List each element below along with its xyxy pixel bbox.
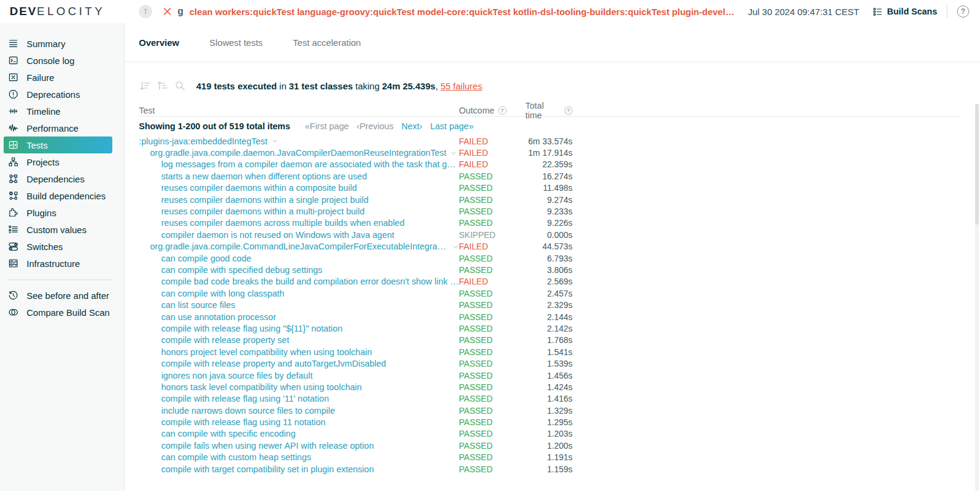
help-icon[interactable]: ? (957, 5, 969, 18)
test-name-link[interactable]: compile fails when using newer API with … (161, 441, 374, 451)
test-name-link[interactable]: compile with release property set (161, 335, 289, 345)
test-name-link[interactable]: reuses compiler daemons within a multi-p… (161, 207, 365, 216)
avatar[interactable]: T (139, 5, 152, 18)
table-row: can compile with custom heap settings PA… (139, 452, 960, 463)
outcome-badge: PASSED (459, 207, 525, 216)
total-time-value: 2.569s (525, 277, 572, 286)
outcome-badge: PASSED (459, 464, 525, 474)
scan-title[interactable]: clean workers:quickTest language-groovy:… (190, 7, 740, 17)
sidebar-item-failure[interactable]: Failure (0, 69, 112, 86)
test-name-link[interactable]: can compile with custom heap settings (161, 452, 311, 462)
test-name-link[interactable]: ignores non java source files by default (161, 371, 313, 380)
outcome-badge: PASSED (459, 429, 525, 438)
scrollbar-thumb[interactable] (975, 104, 979, 225)
test-name-link[interactable]: org.gradle.java.compile.daemon.JavaCompi… (150, 148, 447, 158)
sidebar-item-summary[interactable]: Summary (0, 35, 112, 52)
test-name-link[interactable]: :plugins-java:embeddedIntegTest (139, 136, 267, 146)
test-name-link[interactable]: compile with release flag using 11 notat… (161, 417, 325, 427)
total-time-value: 1.295s (525, 417, 572, 427)
test-name-link[interactable]: reuses compiler daemons within a composi… (161, 183, 357, 193)
chevron-down-icon[interactable] (452, 243, 459, 250)
test-name-link[interactable]: honors project level compatibility when … (161, 347, 372, 357)
tab-test-acceleration[interactable]: Test acceleration (293, 37, 361, 48)
total-time-value: 1.768s (525, 335, 572, 345)
sidebar-item-build-dependencies[interactable]: Build dependencies (0, 187, 112, 204)
test-name-link[interactable]: include narrows down source files to com… (161, 406, 335, 416)
sidebar-item-label: Tests (27, 140, 48, 150)
sidebar-item-plugins[interactable]: Plugins (0, 204, 112, 221)
chevron-down-icon[interactable] (450, 150, 457, 156)
test-name-link[interactable]: compile with release flag using '11' not… (161, 394, 329, 403)
outcome-badge: SKIPPED (459, 230, 525, 240)
test-name-link[interactable]: can compile with specified debug setting… (161, 265, 322, 275)
first-page-link[interactable]: «First page (305, 121, 349, 131)
total-time-value: 2.457s (525, 289, 572, 298)
total-time-value: 9.274s (525, 195, 572, 205)
test-name-link[interactable]: compile with target compatibility set in… (161, 464, 374, 474)
test-name-link[interactable]: compiler daemon is not reused on Windows… (161, 230, 394, 240)
timeline-icon (8, 106, 19, 117)
sidebar-item-deprecations[interactable]: Deprecations (0, 86, 112, 103)
tab-overview[interactable]: Overview (139, 37, 179, 48)
sidebar-item-compare-build-scan[interactable]: Compare Build Scan (0, 304, 112, 321)
search-icon[interactable] (174, 80, 186, 92)
outcome-help-icon[interactable]: ? (498, 106, 507, 115)
sidebar-item-switches[interactable]: Switches (0, 238, 112, 255)
console-log-icon (8, 55, 19, 66)
table-header: Test Outcome ? Total time ? (139, 101, 960, 117)
test-name-link[interactable]: starts a new daemon when different optio… (161, 172, 367, 181)
chevron-down-icon[interactable] (272, 138, 278, 144)
outcome-badge: PASSED (459, 183, 525, 193)
tests-toolbar: 419 tests executed in 31 test classes ta… (139, 79, 980, 92)
sidebar-item-infrastructure[interactable]: Infrastructure (0, 255, 112, 272)
test-name-link[interactable]: reuses compiler daemons within a single … (161, 195, 368, 205)
test-name-link[interactable]: reuses compiler daemons across multiple … (161, 218, 405, 228)
sidebar-item-label: Plugins (27, 208, 56, 218)
test-name-link[interactable]: honors task level compatibility when usi… (161, 382, 362, 392)
failures-link[interactable]: 55 failures (441, 81, 482, 91)
total-time-value: 9.226s (525, 218, 572, 228)
test-name-link[interactable]: compile with release property and autoTa… (161, 359, 386, 368)
total-time-value: 1.159s (525, 464, 572, 474)
sidebar-item-projects[interactable]: Projects (0, 153, 112, 170)
table-row: can use annotation processor PASSED 2.14… (139, 311, 960, 323)
table-row: can compile with specific encoding PASSE… (139, 428, 960, 440)
infrastructure-icon (8, 258, 19, 269)
table-row: reuses compiler daemons across multiple … (139, 217, 960, 229)
close-icon[interactable] (163, 7, 171, 16)
test-name-link[interactable]: can compile with specific encoding (161, 429, 295, 438)
sidebar-item-see-before-and-after[interactable]: See before and after (0, 287, 112, 304)
previous-page-link[interactable]: ‹Previous (357, 121, 394, 131)
sidebar-item-tests[interactable]: Tests (4, 136, 112, 153)
build-scans-button[interactable]: Build Scans (873, 7, 937, 17)
test-name-link[interactable]: compile with release flag using "${11}" … (161, 324, 342, 333)
total-time-help-icon[interactable]: ? (565, 106, 572, 115)
test-classes-count: 31 test classes (289, 81, 353, 91)
tab-slowest-tests[interactable]: Slowest tests (210, 37, 263, 48)
sort-ascending-icon[interactable] (156, 80, 168, 92)
sidebar-item-timeline[interactable]: Timeline (0, 103, 112, 120)
test-name-link[interactable]: can use annotation processor (161, 312, 276, 322)
next-page-link[interactable]: Next› (402, 121, 423, 131)
test-name-link[interactable]: can compile good code (161, 254, 251, 263)
test-name-link[interactable]: log messages from a compiler daemon are … (161, 159, 459, 169)
last-page-link[interactable]: Last page» (430, 121, 473, 131)
sidebar-item-performance[interactable]: Performance (0, 120, 112, 136)
sidebar-item-custom-values[interactable]: Custom values (0, 221, 112, 238)
sidebar-item-dependencies[interactable]: Dependencies (0, 170, 112, 187)
deprecations-icon (8, 89, 19, 100)
sort-descending-icon[interactable] (139, 80, 151, 92)
main-content: Overview Slowest tests Test acceleration… (124, 23, 980, 491)
test-name-link[interactable]: can list source files (161, 300, 235, 310)
outcome-badge: FAILED (459, 136, 525, 146)
sidebar-item-console-log[interactable]: Console log (0, 52, 112, 69)
test-name-link[interactable]: can compile with long classpath (161, 289, 284, 298)
outcome-badge: FAILED (459, 159, 525, 169)
custom-values-icon (8, 224, 19, 235)
test-name-link[interactable]: compile bad code breaks the build and co… (161, 277, 459, 286)
test-name-link[interactable]: org.gradle.java.compile.CommandLineJavaC… (150, 242, 449, 251)
outcome-badge: PASSED (459, 195, 525, 205)
develocity-logo[interactable]: DEVELOCITY (0, 5, 124, 18)
summary-text: taking (353, 81, 382, 91)
vertical-scrollbar[interactable] (975, 104, 979, 491)
